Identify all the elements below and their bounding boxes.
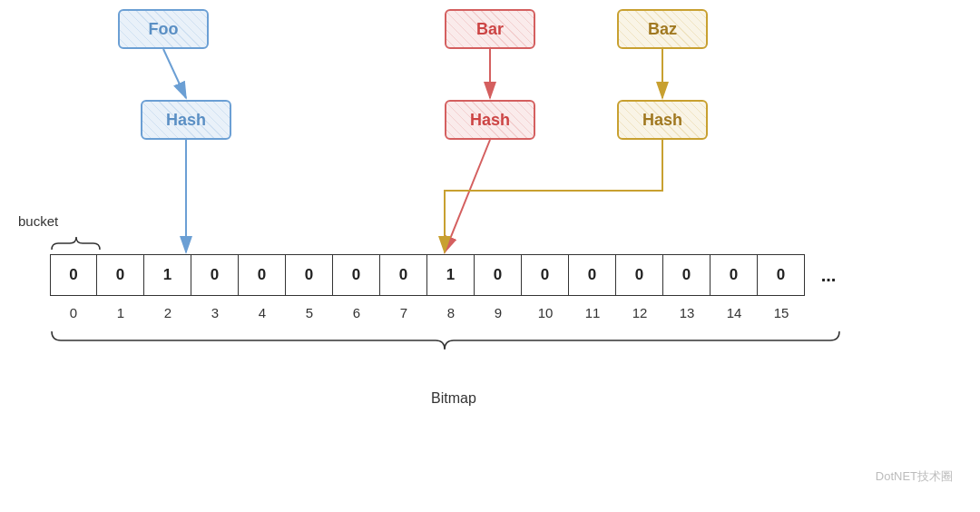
bitmap-cell-9: 0 xyxy=(475,254,522,296)
bitmap-cell-4: 0 xyxy=(239,254,286,296)
diagram: Foo Bar Baz Hash Hash Hash 0010000010000… xyxy=(0,0,980,512)
hash-yellow-box: Hash xyxy=(617,100,708,140)
index-cell-3: 3 xyxy=(191,305,239,320)
foo-box: Foo xyxy=(118,9,209,49)
index-cell-14: 14 xyxy=(710,305,758,320)
index-cell-7: 7 xyxy=(380,305,427,320)
index-cell-11: 11 xyxy=(569,305,616,320)
hash-red-label: Hash xyxy=(470,111,510,130)
bar-box: Bar xyxy=(445,9,535,49)
index-cell-13: 13 xyxy=(663,305,710,320)
index-cell-1: 1 xyxy=(97,305,144,320)
bitmap-cell-11: 0 xyxy=(569,254,616,296)
bitmap-cell-5: 0 xyxy=(286,254,333,296)
hash-blue-box: Hash xyxy=(141,100,231,140)
bitmap-cell-1: 0 xyxy=(97,254,144,296)
svg-line-3 xyxy=(163,49,186,98)
bitmap-cell-7: 0 xyxy=(380,254,427,296)
index-cell-15: 15 xyxy=(758,305,805,320)
svg-line-7 xyxy=(445,140,490,252)
index-cell-12: 12 xyxy=(616,305,663,320)
foo-label: Foo xyxy=(149,20,179,39)
index-cell-10: 10 xyxy=(522,305,569,320)
bitmap-cell-10: 0 xyxy=(522,254,569,296)
bitmap-ellipsis: ... xyxy=(805,254,852,296)
watermark: DotNET技术圈 xyxy=(876,468,953,485)
bitmap-cell-0: 0 xyxy=(50,254,97,296)
bitmap-cell-3: 0 xyxy=(191,254,239,296)
bar-label: Bar xyxy=(476,20,504,39)
hash-blue-label: Hash xyxy=(166,111,206,130)
hash-red-box: Hash xyxy=(445,100,535,140)
hash-yellow-label: Hash xyxy=(642,111,682,130)
index-cell-4: 4 xyxy=(239,305,286,320)
index-cell-8: 8 xyxy=(427,305,475,320)
bitmap-text: Bitmap xyxy=(431,390,476,406)
baz-label: Baz xyxy=(648,20,677,39)
bitmap-label: Bitmap xyxy=(363,390,544,407)
bucket-text: bucket xyxy=(18,213,58,229)
index-cell-0: 0 xyxy=(50,305,97,320)
bitmap-cell-12: 0 xyxy=(616,254,663,296)
bitmap-cell-14: 0 xyxy=(710,254,758,296)
bitmap-cell-8: 1 xyxy=(427,254,475,296)
bucket-label: bucket xyxy=(18,213,58,229)
bitmap-cell-2: 1 xyxy=(144,254,191,296)
bitmap-row: 0010000010000000... xyxy=(50,254,852,296)
bitmap-cell-6: 0 xyxy=(333,254,380,296)
bitmap-cell-15: 0 xyxy=(758,254,805,296)
index-row: 0123456789101112131415 xyxy=(50,305,805,320)
index-cell-5: 5 xyxy=(286,305,333,320)
watermark-text: DotNET技术圈 xyxy=(876,469,953,483)
index-cell-6: 6 xyxy=(333,305,380,320)
bitmap-cell-13: 0 xyxy=(663,254,710,296)
index-cell-2: 2 xyxy=(144,305,191,320)
baz-box: Baz xyxy=(617,9,708,49)
index-cell-9: 9 xyxy=(475,305,522,320)
